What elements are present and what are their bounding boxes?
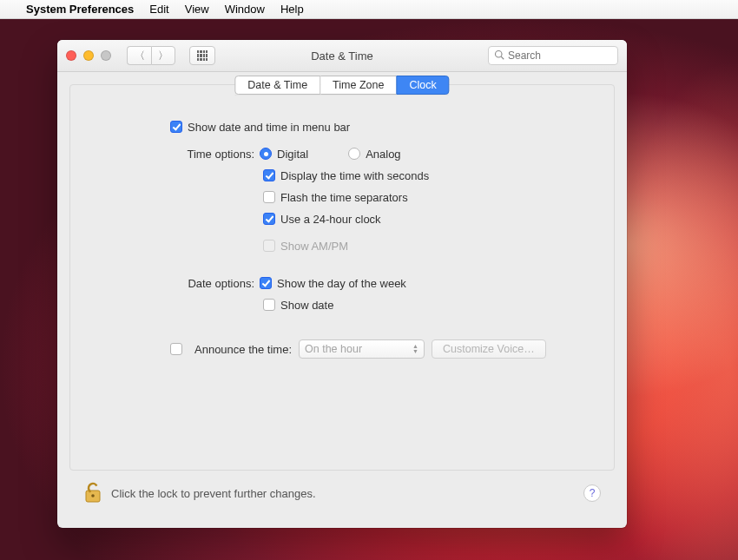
forward-button[interactable]: 〉 bbox=[151, 46, 175, 65]
time-style-analog-radio[interactable] bbox=[348, 148, 360, 160]
announce-time-checkbox[interactable] bbox=[170, 343, 182, 355]
show-date-label: Show date bbox=[280, 299, 333, 312]
chevron-right-icon: 〉 bbox=[158, 49, 168, 63]
menubar-window[interactable]: Window bbox=[225, 3, 265, 16]
help-button[interactable]: ? bbox=[583, 484, 601, 502]
menubar-view[interactable]: View bbox=[185, 3, 209, 16]
show-day-of-week-label: Show the day of the week bbox=[277, 277, 406, 290]
svg-line-1 bbox=[501, 56, 504, 59]
menubar: System Preferences Edit View Window Help bbox=[0, 0, 738, 19]
menubar-help[interactable]: Help bbox=[280, 3, 304, 16]
lock-icon[interactable] bbox=[83, 480, 102, 507]
footer: Click the lock to prevent further change… bbox=[69, 471, 615, 516]
flash-separators-checkbox[interactable] bbox=[263, 191, 275, 203]
svg-point-3 bbox=[91, 494, 95, 497]
customize-voice-button: Customize Voice… bbox=[432, 339, 546, 359]
use-24h-label: Use a 24-hour clock bbox=[280, 213, 381, 226]
nav-back-forward: 〈 〉 bbox=[127, 46, 175, 65]
tab-date-time[interactable]: Date & Time bbox=[234, 76, 320, 95]
time-options-label: Time options: bbox=[88, 148, 260, 161]
zoom-button[interactable] bbox=[101, 50, 111, 61]
menubar-app-name[interactable]: System Preferences bbox=[26, 3, 134, 16]
clock-form: Show date and time in menu bar Time opti… bbox=[70, 85, 614, 376]
chevron-left-icon: 〈 bbox=[135, 49, 145, 63]
lock-text: Click the lock to prevent further change… bbox=[111, 487, 316, 500]
time-style-analog-label: Analog bbox=[366, 148, 400, 161]
titlebar: 〈 〉 Date & Time bbox=[57, 40, 627, 72]
preferences-window: 〈 〉 Date & Time Date & Time Time Zone Cl… bbox=[57, 40, 627, 528]
minimize-button[interactable] bbox=[83, 50, 94, 61]
flash-separators-label: Flash the time separators bbox=[280, 191, 408, 204]
date-options-label: Date options: bbox=[88, 277, 260, 290]
grid-icon bbox=[197, 50, 208, 61]
tab-clock[interactable]: Clock bbox=[396, 76, 449, 95]
window-controls bbox=[66, 50, 111, 61]
panel: Date & Time Time Zone Clock Show date an… bbox=[69, 84, 615, 471]
content-area: Date & Time Time Zone Clock Show date an… bbox=[57, 72, 627, 528]
show-all-button[interactable] bbox=[189, 46, 215, 65]
tabs: Date & Time Time Zone Clock bbox=[234, 76, 449, 95]
show-in-menubar-label: Show date and time in menu bar bbox=[188, 121, 350, 134]
show-ampm-label: Show AM/PM bbox=[280, 240, 348, 253]
show-ampm-checkbox bbox=[263, 240, 275, 252]
popup-arrows-icon: ▲▼ bbox=[412, 344, 418, 354]
search-field[interactable] bbox=[488, 46, 618, 65]
back-button[interactable]: 〈 bbox=[127, 46, 151, 65]
help-icon: ? bbox=[590, 487, 596, 499]
announce-interval-value: On the hour bbox=[305, 343, 362, 355]
search-icon bbox=[494, 49, 504, 63]
display-seconds-label: Display the time with seconds bbox=[280, 169, 429, 182]
search-input[interactable] bbox=[508, 49, 638, 62]
tab-time-zone[interactable]: Time Zone bbox=[320, 76, 396, 95]
announce-time-label: Announce the time: bbox=[194, 343, 292, 356]
svg-point-0 bbox=[496, 50, 503, 57]
use-24h-checkbox[interactable] bbox=[263, 213, 275, 225]
menubar-edit[interactable]: Edit bbox=[149, 3, 168, 16]
close-button[interactable] bbox=[66, 50, 76, 61]
time-style-digital-label: Digital bbox=[277, 148, 308, 161]
announce-interval-popup: On the hour ▲▼ bbox=[299, 339, 425, 359]
show-in-menubar-checkbox[interactable] bbox=[170, 121, 182, 133]
show-date-checkbox[interactable] bbox=[263, 299, 275, 311]
display-seconds-checkbox[interactable] bbox=[263, 169, 275, 181]
show-day-of-week-checkbox[interactable] bbox=[260, 277, 272, 289]
time-style-digital-radio[interactable] bbox=[260, 148, 272, 160]
